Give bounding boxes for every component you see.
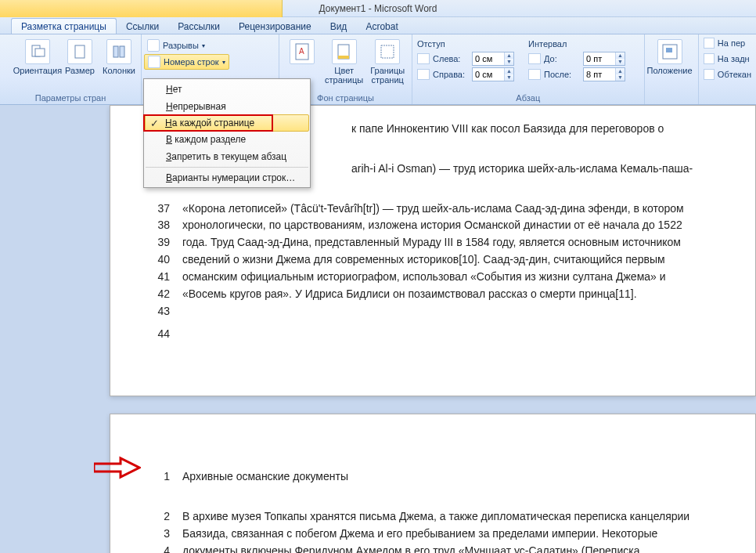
indent-right-spinner[interactable]: ▲▼ (472, 67, 514, 81)
doc-line: 44 (145, 327, 716, 342)
svg-text:A: A (299, 47, 304, 56)
doc-line: 42«Восемь кругов рая». У Идриса Бидлиси … (145, 287, 716, 302)
tab-acrobat[interactable]: Acrobat (356, 19, 407, 34)
indent-left-spinner[interactable]: ▲▼ (472, 52, 514, 66)
line-text: года. Труд Саад-эд-Дина, представленный … (182, 235, 716, 250)
line-number: 37 (145, 201, 170, 216)
line-number: 1 (145, 469, 170, 484)
dropdown-item-4[interactable]: Запретить в текущем абзац (146, 148, 308, 165)
line-number: 40 (145, 252, 170, 267)
spacing-before-input[interactable] (584, 52, 615, 65)
columns-button[interactable]: Колонки (102, 38, 136, 77)
doc-line: 2В архиве музея Топкапы хранятся письма … (145, 509, 716, 524)
indent-right-input[interactable] (473, 68, 504, 81)
line-numbers-icon (148, 56, 160, 68)
page-color-button[interactable]: Цвет страницы (325, 38, 364, 86)
indent-title: Отступ (417, 39, 514, 49)
line-number: 42 (145, 287, 170, 302)
dropdown-item-5[interactable]: Варианты нумерации строк… (146, 167, 308, 186)
spin-down-icon[interactable]: ▼ (616, 74, 625, 81)
send-backward-button[interactable]: На задн (704, 52, 751, 66)
orientation-button[interactable]: Ориентация (17, 38, 58, 77)
bring-forward-button[interactable]: На пер (704, 36, 751, 50)
line-number: 39 (145, 235, 170, 250)
size-button[interactable]: Размер (63, 38, 97, 77)
tab-view[interactable]: Вид (321, 19, 357, 34)
breaks-icon (147, 39, 160, 52)
doc-line: 43 (145, 304, 716, 319)
doc-line: 4документы включены Феридуном Ахмедом в … (145, 544, 716, 553)
doc-line: 38хронологически, по царствованиям, изло… (145, 218, 716, 233)
page-color-label: Цвет страницы (325, 66, 364, 85)
bring-forward-label: На пер (718, 38, 745, 48)
line-numbers-label: Номера строк (164, 57, 219, 67)
document-area[interactable]: к папе Иннокентию VIII как посол Баязида… (0, 105, 756, 553)
group-page-setup-label: Параметры стран (5, 92, 136, 103)
line-number: 4 (145, 544, 170, 553)
spin-up-icon[interactable]: ▲ (616, 52, 625, 59)
svg-rect-9 (381, 45, 394, 58)
spacing-after-spinner[interactable]: ▲▼ (583, 67, 625, 81)
line-text (182, 327, 716, 342)
indent-left-icon (417, 53, 430, 64)
svg-rect-3 (113, 46, 118, 57)
tab-references[interactable]: Ссылки (117, 19, 168, 34)
position-label: Положение (646, 66, 692, 75)
page-color-icon (332, 39, 357, 64)
tab-mailings[interactable]: Рассылки (168, 19, 229, 34)
svg-rect-1 (35, 49, 45, 56)
text-wrap-button[interactable]: Обтекан (704, 67, 751, 81)
line-text: к папе Иннокентию VIII как посол Баязида… (351, 121, 716, 136)
line-number: 3 (145, 526, 170, 541)
send-backward-icon (704, 53, 715, 64)
spin-down-icon[interactable]: ▼ (505, 74, 513, 81)
dropdown-item-0[interactable]: Нет (146, 81, 308, 98)
line-numbers-button[interactable]: Номера строк ▾ (144, 54, 229, 70)
spin-up-icon[interactable]: ▲ (505, 68, 513, 74)
spin-up-icon[interactable]: ▲ (616, 68, 625, 74)
spacing-after-label: После: (544, 70, 580, 79)
svg-marker-12 (94, 458, 139, 477)
size-icon (67, 39, 92, 64)
indent-right-label: Справа: (433, 70, 469, 79)
spacing-before-spinner[interactable]: ▲▼ (583, 52, 625, 66)
ribbon: Ориентация Размер Колонки Параметры стра… (0, 34, 756, 105)
spacing-after-input[interactable] (584, 68, 615, 81)
group-position-label (650, 92, 693, 103)
red-arrow-annotation (94, 456, 141, 479)
window-title: Документ1 - Microsoft Word (319, 3, 437, 14)
tab-review[interactable]: Рецензирование (229, 19, 321, 34)
dropdown-item-3[interactable]: В каждом разделе (146, 131, 308, 148)
spin-down-icon[interactable]: ▼ (505, 59, 513, 65)
line-text: османским официальным историографом, исп… (182, 269, 716, 284)
line-text: сведений о жизни Джема для современных и… (182, 252, 716, 267)
line-number: 44 (145, 327, 170, 342)
spacing-before-icon (528, 53, 541, 64)
line-text: Архивные османские документы (182, 469, 716, 484)
line-text: Баязида, связанная с побегом Джема и его… (182, 526, 716, 541)
line-numbers-dropdown: НетНепрерывная✓На каждой страницеВ каждо… (143, 78, 311, 188)
line-text: «Корона летописей» (Tâcü't-Tevârîh[tr]) … (182, 201, 716, 216)
columns-icon (106, 39, 131, 64)
tab-page-layout[interactable]: Разметка страницы (11, 18, 117, 34)
position-button[interactable]: Положение (650, 38, 690, 77)
page-borders-button[interactable]: Границы страниц (368, 38, 407, 86)
watermark-icon: A (290, 39, 315, 64)
spacing-after-icon (528, 69, 541, 80)
spacing-before-label: До: (544, 54, 580, 63)
indent-left-input[interactable] (473, 52, 504, 65)
dropdown-item-2[interactable]: ✓На каждой странице (145, 114, 309, 132)
line-text: документы включены Феридуном Ахмедом в е… (182, 544, 716, 553)
spacing-title: Интервал (528, 39, 625, 49)
dropdown-item-1[interactable]: Непрерывная (146, 98, 308, 115)
bring-forward-icon (704, 38, 715, 49)
borders-icon (375, 39, 400, 64)
doc-line: 1Архивные османские документы (145, 469, 716, 484)
doc-line: 40сведений о жизни Джема для современных… (145, 252, 716, 267)
size-label: Размер (65, 66, 95, 75)
breaks-button[interactable]: Разрывы ▾ (144, 38, 229, 53)
spin-up-icon[interactable]: ▲ (505, 52, 513, 59)
spin-down-icon[interactable]: ▼ (616, 59, 625, 65)
indent-left-label: Слева: (433, 54, 469, 63)
chevron-down-icon: ▾ (202, 42, 205, 49)
